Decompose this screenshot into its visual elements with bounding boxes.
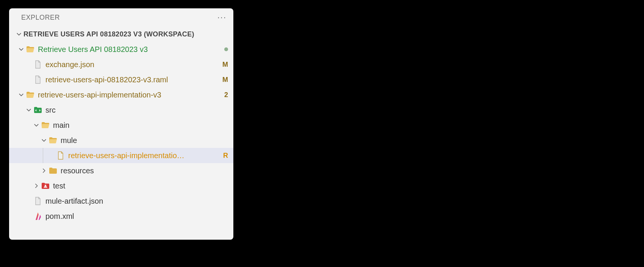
chevron-down-icon [39, 138, 48, 143]
chevron-right-icon [39, 168, 48, 173]
file-icon [56, 151, 65, 160]
folder-open-icon [26, 90, 35, 99]
tree-item-file-mule-artifact[interactable]: mule-artifact.json [9, 193, 233, 209]
maven-icon [33, 212, 42, 221]
tree-item-project-implementation[interactable]: retrieve-users-api-implementation-v3 2 [9, 87, 233, 102]
tree-item-label: resources [61, 166, 228, 175]
git-changes-count-badge: 2 [224, 91, 228, 99]
explorer-header: EXPLORER ··· [9, 8, 233, 27]
tree-item-label: exchange.json [45, 60, 219, 69]
chevron-right-icon [32, 183, 41, 188]
chevron-down-icon [24, 107, 33, 113]
folder-test-icon [41, 181, 50, 190]
tree-item-label: main [53, 121, 228, 130]
folder-open-icon [41, 121, 50, 130]
tree-item-file-exchange-json[interactable]: exchange.json M [9, 57, 233, 72]
tree-item-label: mule-artifact.json [45, 197, 228, 206]
tree-item-file-implementation-xml[interactable]: retrieve-users-api-implementatio… R [9, 148, 233, 163]
git-status-badge: M [222, 61, 228, 69]
chevron-down-icon [14, 31, 23, 37]
explorer-panel: EXPLORER ··· RETRIEVE USERS API 08182023… [9, 8, 233, 240]
explorer-more-button[interactable]: ··· [217, 13, 227, 22]
chevron-down-icon [17, 92, 26, 97]
tree-item-label: src [45, 106, 228, 115]
tree-item-label: Retrieve Users API 08182023 v3 [38, 45, 221, 54]
chevron-down-icon [32, 123, 41, 128]
folder-icon [48, 166, 58, 175]
tree-item-label: retrieve-users-api-08182023-v3.raml [45, 75, 219, 84]
git-status-badge: M [222, 76, 228, 84]
git-modified-dot-icon [224, 47, 228, 51]
chevron-down-icon [17, 47, 26, 52]
tree-item-file-pom-xml[interactable]: pom.xml [9, 209, 233, 224]
tree-item-folder-src[interactable]: src [9, 102, 233, 118]
file-icon [33, 60, 42, 69]
indent-guide [43, 148, 43, 163]
tree-item-label: retrieve-users-api-implementatio… [68, 151, 220, 160]
workspace-section-header[interactable]: RETRIEVE USERS API 08182023 V3 (WORKSPAC… [9, 27, 233, 42]
folder-open-icon [26, 45, 35, 54]
explorer-title: EXPLORER [21, 14, 217, 22]
tree-item-label: mule [61, 136, 228, 145]
tree-item-project-retrieve-users-api[interactable]: Retrieve Users API 08182023 v3 [9, 42, 233, 57]
git-status-badge: R [223, 152, 228, 160]
folder-src-icon [33, 105, 42, 115]
tree-item-label: pom.xml [45, 212, 228, 221]
tree-item-label: retrieve-users-api-implementation-v3 [38, 91, 221, 99]
tree-item-folder-mule[interactable]: mule [9, 133, 233, 148]
tree-item-folder-resources[interactable]: resources [9, 163, 233, 178]
folder-open-icon [48, 136, 58, 145]
file-icon [33, 196, 42, 206]
workspace-section-title: RETRIEVE USERS API 08182023 V3 (WORKSPAC… [23, 30, 194, 38]
tree-item-file-raml[interactable]: retrieve-users-api-08182023-v3.raml M [9, 72, 233, 87]
file-icon [33, 75, 42, 84]
tree-item-folder-main[interactable]: main [9, 118, 233, 133]
tree-item-label: test [53, 182, 228, 190]
tree-item-folder-test[interactable]: test [9, 178, 233, 193]
